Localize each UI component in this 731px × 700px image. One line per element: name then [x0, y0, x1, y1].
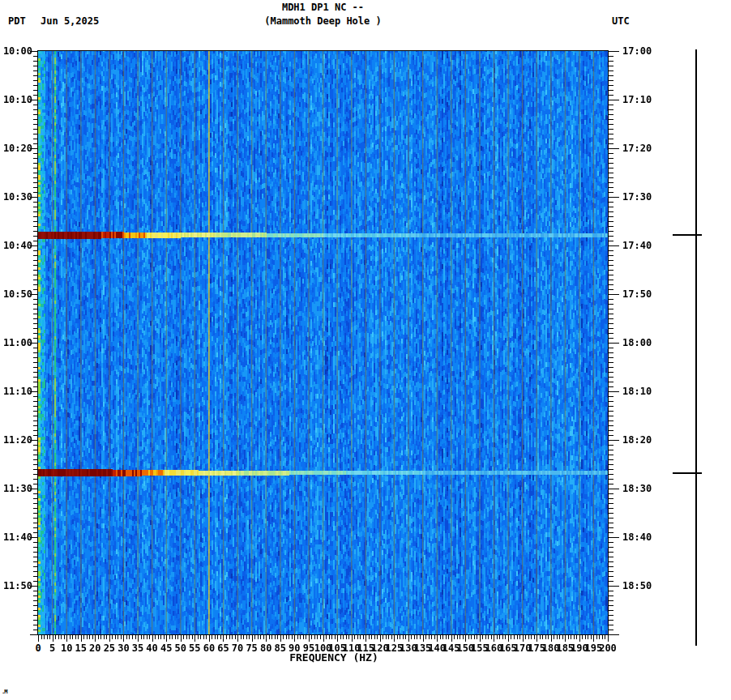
freq-tick — [172, 634, 173, 639]
time-tick-left — [33, 518, 38, 519]
time-tick-right — [608, 148, 619, 149]
time-tick-right — [608, 124, 613, 125]
time-tick-left — [33, 557, 38, 557]
freq-tick — [417, 634, 417, 639]
freq-tick — [488, 634, 489, 639]
freq-tick — [523, 634, 524, 642]
freq-tick — [343, 634, 344, 639]
time-tick-left — [33, 211, 38, 212]
freq-tick — [534, 634, 535, 639]
freq-tick — [277, 634, 278, 639]
time-tick-right — [608, 109, 613, 110]
freq-tick — [508, 634, 509, 642]
time-tick-left — [33, 318, 38, 319]
freq-tick — [252, 634, 253, 642]
time-tick-right — [608, 445, 613, 446]
time-tick-right — [608, 484, 613, 484]
time-label-utc: 17:50 — [622, 289, 652, 299]
freq-tick — [78, 634, 79, 639]
freq-tick — [143, 634, 144, 639]
freq-tick — [540, 634, 541, 639]
freq-tick — [331, 634, 332, 639]
time-tick-right — [608, 430, 613, 431]
time-label-pdt: 10:00 — [0, 46, 32, 56]
time-tick-left — [33, 498, 38, 499]
freq-tick — [198, 634, 199, 639]
time-tick-right — [608, 289, 613, 290]
freq-tick — [596, 634, 597, 639]
time-tick-left — [33, 411, 38, 412]
time-tick-right — [608, 377, 613, 378]
freq-tick — [246, 634, 247, 639]
freq-tick — [571, 634, 571, 639]
freq-tick — [576, 634, 577, 639]
freq-tick — [177, 634, 178, 639]
freq-tick — [335, 634, 336, 639]
time-tick-right — [608, 333, 613, 334]
time-tick-left — [33, 143, 38, 144]
freq-tick — [289, 634, 289, 639]
time-tick-right — [608, 211, 613, 212]
time-tick-left — [33, 177, 38, 178]
time-tick-left — [33, 450, 38, 450]
time-tick-right — [608, 236, 613, 237]
time-tick-left — [33, 493, 38, 494]
time-tick-left — [33, 445, 38, 446]
time-tick-right — [608, 532, 613, 533]
freq-tick — [300, 634, 301, 639]
time-tick-left — [33, 255, 38, 256]
time-tick-left — [33, 348, 38, 348]
time-tick-left — [33, 168, 38, 169]
time-tick-left — [33, 139, 38, 139]
time-tick-left — [33, 114, 38, 115]
freq-tick — [371, 634, 372, 639]
freq-tick — [482, 634, 483, 639]
time-tick-left — [33, 236, 38, 237]
freq-tick — [337, 634, 338, 642]
time-tick-left — [33, 314, 38, 314]
freq-tick — [471, 634, 472, 639]
freq-tick — [434, 634, 435, 639]
freq-tick — [41, 634, 42, 639]
freq-tick — [223, 634, 224, 642]
freq-tick — [95, 634, 96, 642]
freq-tick — [53, 634, 53, 642]
freq-tick — [275, 634, 276, 639]
time-tick-left — [33, 187, 38, 188]
time-tick-left — [33, 260, 38, 261]
time-tick-left — [33, 576, 38, 577]
time-tick-left — [33, 109, 38, 110]
time-tick-left — [33, 430, 38, 431]
time-label-pdt: 11:40 — [0, 532, 32, 542]
freq-tick — [220, 634, 221, 639]
time-tick-right — [608, 382, 613, 382]
freq-tick — [66, 634, 67, 642]
freq-tick — [377, 634, 378, 639]
time-tick-left — [33, 382, 38, 382]
freq-tick — [352, 634, 353, 642]
freq-tick — [235, 634, 236, 639]
freq-tick — [451, 634, 452, 642]
time-tick-right — [608, 557, 613, 557]
time-tick-right — [608, 338, 613, 339]
freq-tick — [499, 634, 500, 639]
time-tick-right — [608, 542, 613, 543]
time-tick-left — [33, 158, 38, 159]
time-tick-right — [608, 455, 613, 455]
time-tick-left — [33, 207, 38, 207]
spectrogram-plot-frame — [37, 50, 609, 635]
time-tick-right — [608, 576, 613, 577]
time-tick-left — [33, 226, 38, 227]
freq-tick — [585, 634, 586, 639]
time-tick-right — [608, 197, 619, 198]
time-tick-right — [608, 348, 613, 348]
freq-tick — [229, 634, 230, 639]
freq-tick — [602, 634, 603, 639]
freq-tick — [477, 634, 477, 639]
time-tick-left — [33, 119, 38, 120]
time-tick-left — [33, 523, 38, 523]
time-tick-left — [33, 134, 38, 134]
time-tick-right — [608, 352, 613, 353]
time-tick-left — [33, 532, 38, 533]
time-tick-left — [33, 552, 38, 553]
